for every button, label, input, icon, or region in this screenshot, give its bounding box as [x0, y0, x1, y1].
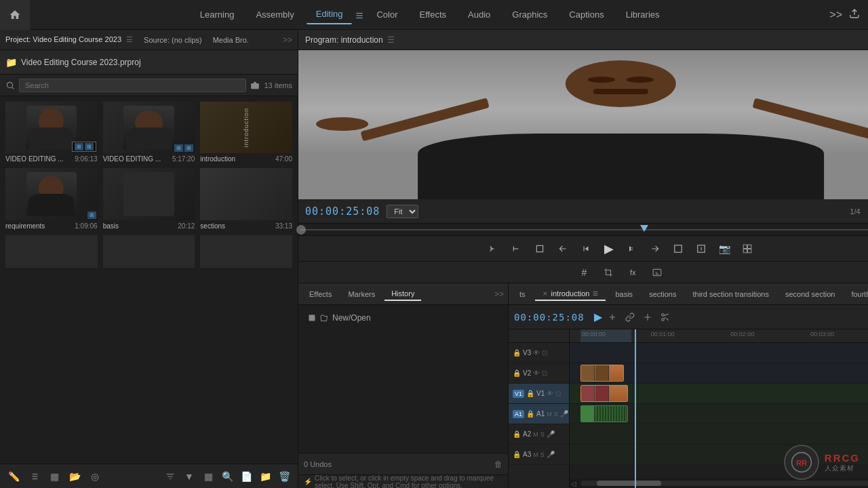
v3-eye[interactable]: 👁 [533, 349, 540, 357]
nav-libraries[interactable]: Libraries [616, 5, 669, 24]
folder-tool[interactable]: 📁 [257, 468, 273, 485]
arrow-down-tool[interactable]: ▼ [181, 468, 197, 485]
list-tool[interactable] [26, 468, 42, 485]
v1-badge[interactable]: V1 [513, 390, 524, 398]
tab-menu-icon[interactable] [592, 290, 599, 297]
media-item-1[interactable]: ⊞ ⊞ VIDEO EDITING ... 9:06:13 [5, 102, 98, 163]
timeline-tab-fourth[interactable]: fourth section effects [844, 288, 868, 300]
pencil-tool[interactable]: ✏️ [5, 468, 22, 485]
fx-button[interactable]: fx [623, 263, 642, 282]
monitor-timecode[interactable]: 00:00:25:08 [305, 205, 380, 218]
nav-more-button[interactable]: >> [829, 9, 842, 21]
a1-solo[interactable]: S [554, 411, 558, 418]
link-button[interactable] [623, 310, 637, 325]
arrow-tool[interactable]: ▶ [594, 310, 602, 323]
step-back-button[interactable] [576, 239, 595, 258]
timeline-tab-third[interactable]: third section transitions [686, 288, 776, 300]
v2-clip[interactable] [580, 365, 624, 382]
media-browser-tab[interactable]: Media Bro. [213, 36, 249, 44]
razor-tool[interactable] [658, 310, 673, 325]
project-tab[interactable]: Project: Video Editing Course 2023 ☰ [5, 35, 133, 44]
multiview-button[interactable] [738, 239, 757, 258]
timeline-tab-introduction[interactable]: introduction [535, 287, 606, 301]
track-v1-row[interactable] [570, 384, 868, 404]
new-item-tool[interactable]: 📄 [238, 468, 254, 485]
monitor-timeline-bar[interactable] [298, 224, 868, 236]
media-item-2[interactable]: ⊞ ⊞ VIDEO EDITING ... 5:17:20 [103, 102, 195, 163]
icon-toggle-tool[interactable]: ▦ [200, 468, 216, 485]
folder-new-tool[interactable]: 📂 [66, 468, 83, 485]
media-item-8[interactable] [103, 235, 195, 268]
history-trash-button[interactable]: 🗑 [494, 460, 502, 469]
v2-eye[interactable]: 👁 [533, 369, 540, 377]
a1-mute[interactable]: M [547, 411, 552, 418]
mark-clip-button[interactable] [530, 239, 549, 258]
mark-out-button[interactable] [507, 239, 526, 258]
media-item-requirements[interactable]: ⊞ requirements 1:09:06 [5, 168, 98, 229]
nav-editing[interactable]: Editing [307, 5, 353, 24]
scroll-track[interactable] [580, 481, 868, 486]
media-item-9[interactable] [200, 235, 292, 268]
a3-mute[interactable]: M [533, 451, 538, 458]
trash-tool[interactable]: 🗑️ [276, 468, 292, 485]
auto-tool[interactable]: ◎ [87, 468, 103, 485]
v1-eye[interactable]: 👁 [547, 390, 553, 397]
extract-button[interactable] [640, 310, 655, 325]
v1-clip-main[interactable] [580, 385, 628, 402]
export-button[interactable] [849, 8, 860, 22]
v1-sync[interactable]: ⊡ [555, 390, 561, 397]
monitor-menu-icon[interactable]: ☰ [387, 35, 395, 45]
nav-effects[interactable]: Effects [410, 5, 456, 24]
track-a2-row[interactable] [570, 424, 868, 445]
media-item-7[interactable] [5, 235, 98, 268]
a2-mute[interactable]: M [533, 431, 538, 438]
go-in-button[interactable] [553, 239, 572, 258]
mark-in-button[interactable] [484, 239, 503, 258]
hash-tool[interactable]: # [574, 263, 593, 282]
media-item-sections[interactable]: sections 33:13 [200, 168, 292, 229]
media-item-introduction[interactable]: introduction introduction 47:00 [200, 102, 292, 163]
a1-badge[interactable]: A1 [513, 410, 524, 418]
a1-mic[interactable]: 🎤 [560, 410, 568, 418]
fit-select[interactable]: Fit [387, 205, 418, 218]
search-input[interactable] [19, 79, 246, 92]
a1-clip-main[interactable] [580, 405, 628, 422]
history-tab[interactable]: History [384, 287, 421, 301]
camera-button[interactable]: 📷 [715, 239, 734, 258]
a3-lock[interactable]: 🔒 [513, 451, 521, 458]
a1-lock[interactable]: 🔒 [526, 410, 534, 418]
source-tabs-more[interactable]: >> [283, 35, 292, 45]
lbp-more-btn[interactable]: >> [494, 289, 504, 299]
v1-lock[interactable]: 🔒 [526, 390, 534, 397]
timeline-tab-sections[interactable]: sections [642, 288, 683, 300]
a2-lock[interactable]: 🔒 [513, 430, 521, 438]
a2-solo[interactable]: S [540, 431, 545, 438]
timeline-timecode[interactable]: 00:00:25:08 [514, 312, 585, 323]
step-forward-button[interactable] [646, 239, 665, 258]
a2-mic[interactable]: 🎤 [547, 430, 555, 438]
timeline-tab-ts[interactable]: ts [513, 288, 532, 300]
nav-audio[interactable]: Audio [458, 5, 500, 24]
sort-tool[interactable] [162, 468, 178, 485]
close-tab-intro[interactable] [542, 290, 549, 297]
source-no-clips-tab[interactable]: Source: (no clips) [144, 36, 202, 44]
effects-tab[interactable]: Effects [302, 288, 338, 300]
v2-lock[interactable]: 🔒 [513, 369, 521, 377]
snap-button[interactable] [605, 310, 620, 325]
nav-learning[interactable]: Learning [191, 5, 244, 24]
crop-tool[interactable] [599, 263, 618, 282]
markers-tab[interactable]: Markers [341, 288, 382, 300]
a3-solo[interactable]: S [540, 451, 545, 458]
timeline-tab-second[interactable]: second section [778, 288, 842, 300]
track-v2-row[interactable] [570, 363, 868, 384]
track-a1-row[interactable] [570, 404, 868, 424]
timeline-tab-basis[interactable]: basis [608, 288, 639, 300]
nav-assembly[interactable]: Assembly [246, 5, 303, 24]
play-out-button[interactable] [623, 239, 642, 258]
grid-tool[interactable]: ▦ [46, 468, 62, 485]
v2-sync[interactable]: ⊡ [542, 369, 547, 377]
history-item-new-open[interactable]: New/Open [304, 310, 502, 325]
play-button[interactable]: ▶ [599, 239, 618, 258]
nav-color[interactable]: Color [367, 5, 407, 24]
search-tool[interactable]: 🔍 [219, 468, 235, 485]
